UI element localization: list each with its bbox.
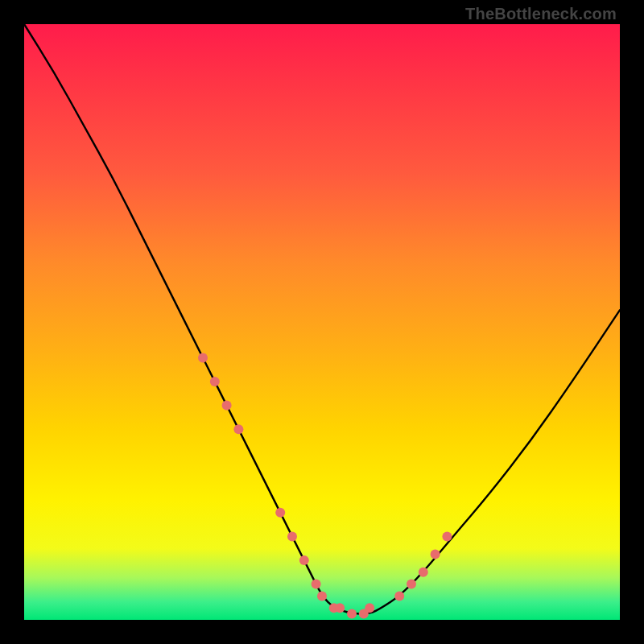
chart-frame: TheBottleneck.com <box>0 0 644 644</box>
highlight-dot <box>233 424 243 434</box>
plot-area <box>24 24 620 620</box>
highlight-dot <box>407 580 416 589</box>
watermark-label: TheBottleneck.com <box>465 5 617 23</box>
highlight-dot <box>222 401 232 411</box>
highlight-dot <box>198 353 208 362</box>
highlight-dot <box>431 550 440 559</box>
highlight-dots <box>198 353 452 618</box>
highlight-dot <box>287 531 297 541</box>
highlight-dot <box>312 580 321 589</box>
highlight-dot <box>442 531 452 541</box>
highlight-dot <box>419 568 428 577</box>
highlight-dot <box>365 603 374 613</box>
curve-svg <box>24 24 620 620</box>
highlight-dot <box>394 591 404 601</box>
highlight-dot <box>317 591 327 601</box>
highlight-dot <box>275 508 285 518</box>
highlight-dot <box>210 377 220 386</box>
highlight-dot <box>335 603 345 613</box>
highlight-dot <box>299 555 309 565</box>
bottleneck-curve <box>24 24 620 614</box>
highlight-dot <box>347 609 357 619</box>
